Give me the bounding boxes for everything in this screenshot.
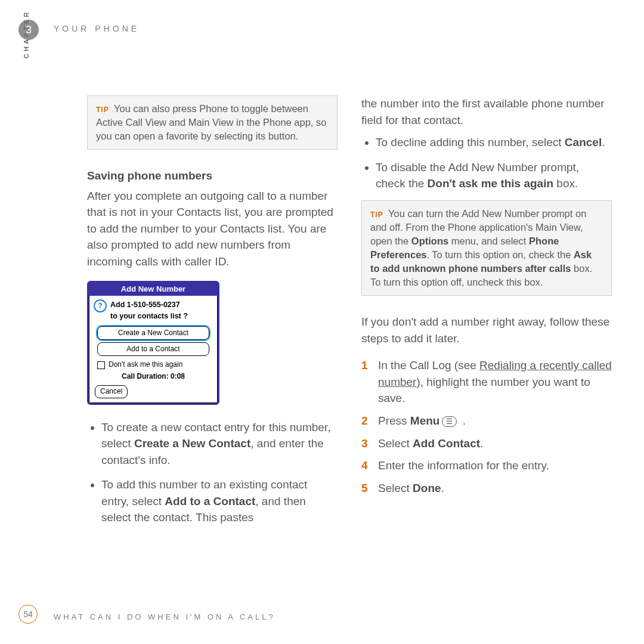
text: Select xyxy=(378,482,413,494)
dialog-body: ? Add 1-510-555-0237 to your contacts li… xyxy=(89,296,218,402)
checkbox-label: Don't ask me this again xyxy=(109,360,182,370)
list-item: To decline adding this number, select Ca… xyxy=(376,134,612,151)
step-text: Press Menu☰ . xyxy=(378,413,612,429)
list-item: To add this number to an existing contac… xyxy=(101,476,338,526)
bold-text: Create a New Contact xyxy=(134,437,250,450)
content-columns: TIP You can also press Phone to toggle b… xyxy=(87,95,624,534)
question-icon: ? xyxy=(94,299,107,312)
menu-icon: ☰ xyxy=(442,416,457,427)
bullet-list: To create a new contact entry for this n… xyxy=(87,419,338,526)
list-item: To create a new contact entry for this n… xyxy=(101,419,338,469)
step-item: 3Select Add Contact. xyxy=(361,435,612,452)
tip-box: TIP You can also press Phone to toggle b… xyxy=(87,95,338,150)
tip-text: menu, and select xyxy=(448,236,529,246)
chapter-label: CHAPTER xyxy=(23,10,30,58)
text: . xyxy=(480,437,483,450)
tip-label: TIP xyxy=(370,210,383,219)
add-number-dialog: Add New Number ? Add 1-510-555-0237 to y… xyxy=(87,281,219,405)
step-number: 5 xyxy=(361,480,378,497)
step-number: 2 xyxy=(361,413,378,429)
add-to-contact-button[interactable]: Add to a Contact xyxy=(97,342,209,356)
tip-text: You can also press Phone to toggle betwe… xyxy=(96,103,326,141)
bold-text: Options xyxy=(411,236,448,246)
call-duration: Call Duration: 0:08 xyxy=(94,371,213,382)
step-text: Select Add Contact. xyxy=(378,435,612,452)
bullet-list: To decline adding this number, select Ca… xyxy=(361,134,612,192)
dialog-question-line2: to your contacts list ? xyxy=(110,311,188,321)
step-number: 4 xyxy=(361,457,378,474)
step-item: 4Enter the information for the entry. xyxy=(361,457,612,474)
text: Select xyxy=(378,437,413,450)
step-number: 1 xyxy=(361,357,378,407)
checkbox-icon xyxy=(97,361,105,369)
text: box. xyxy=(553,177,578,190)
step-text: Enter the information for the entry. xyxy=(378,457,612,474)
steps-list: 1In the Call Log (see Redialing a recent… xyxy=(361,357,612,496)
page-number-badge: 54 xyxy=(18,605,38,624)
step-text: In the Call Log (see Redialing a recentl… xyxy=(378,357,612,407)
text: To decline adding this number, select xyxy=(376,136,565,148)
step-text: Select Done. xyxy=(378,480,612,497)
continuation-paragraph: the number into the first available phon… xyxy=(361,95,612,128)
text: . xyxy=(602,136,605,148)
create-contact-button[interactable]: Create a New Contact xyxy=(97,326,209,340)
bold-text: Add to a Contact xyxy=(165,495,255,507)
left-column: TIP You can also press Phone to toggle b… xyxy=(87,95,338,534)
step-number: 3 xyxy=(361,435,378,452)
body-paragraph: If you don't add a number right away, fo… xyxy=(361,314,612,346)
bold-text: Don't ask me this again xyxy=(428,177,553,190)
dialog-question-line1: Add 1-510-555-0237 xyxy=(110,299,188,310)
step-item: 1In the Call Log (see Redialing a recent… xyxy=(361,357,612,407)
list-item: To disable the Add New Number prompt, ch… xyxy=(376,159,612,192)
dont-ask-checkbox[interactable]: Don't ask me this again xyxy=(97,360,209,370)
bold-text: Add Contact xyxy=(413,437,480,450)
body-paragraph: After you complete an outgoing call to a… xyxy=(87,188,338,270)
header-title: YOUR PHONE xyxy=(54,24,140,33)
text: Press xyxy=(378,414,410,427)
dialog-title: Add New Number xyxy=(89,283,218,296)
step-item: 2Press Menu☰ . xyxy=(361,413,612,429)
section-heading: Saving phone numbers xyxy=(87,168,338,184)
tip-label: TIP xyxy=(96,106,109,114)
bold-text: Done xyxy=(413,482,441,494)
step-item: 5Select Done. xyxy=(361,480,612,497)
text: In the Call Log (see xyxy=(378,359,479,371)
text: . xyxy=(441,482,444,494)
text: . xyxy=(459,414,466,427)
dialog-question: ? Add 1-510-555-0237 to your contacts li… xyxy=(94,299,213,321)
tip-box: TIP You can turn the Add New Number prom… xyxy=(361,200,612,296)
manual-page: { "header": { "chapter_number": "3", "ch… xyxy=(0,0,644,644)
tip-text: . To turn this option on, check the xyxy=(426,249,573,260)
right-column: the number into the first available phon… xyxy=(361,95,612,534)
bold-text: Menu xyxy=(410,414,440,427)
cancel-button[interactable]: Cancel xyxy=(95,385,128,398)
footer-title: WHAT CAN I DO WHEN I'M ON A CALL? xyxy=(54,612,275,621)
bold-text: Cancel xyxy=(565,136,602,148)
